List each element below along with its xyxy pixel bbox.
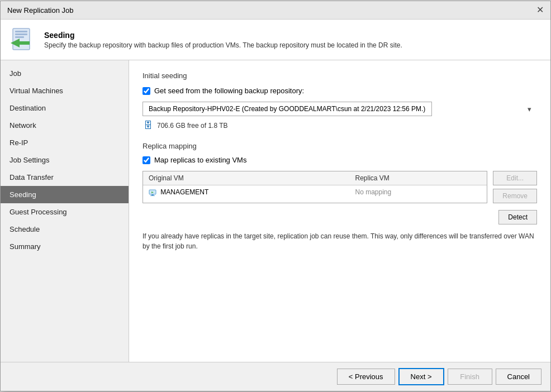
sidebar-item-schedule[interactable]: Schedule — [1, 221, 129, 238]
replica-table-area: Original VM Replica VM — [142, 171, 537, 203]
sidebar-item-summary[interactable]: Summary — [1, 238, 129, 255]
table-buttons: Edit... Remove — [493, 171, 537, 203]
dialog-title: New Replication Job — [7, 6, 74, 15]
free-space-text: 706.6 GB free of 1.8 TB — [157, 122, 228, 130]
map-checkbox-label[interactable]: Map replicas to existing VMs — [154, 156, 246, 164]
info-text: If you already have replicas in the targ… — [142, 231, 537, 251]
replica-mapping-title: Replica mapping — [142, 142, 537, 150]
seed-checkbox-row: Get seed from the following backup repos… — [142, 87, 537, 95]
seed-checkbox[interactable] — [142, 87, 150, 95]
replica-vm-value: No mapping — [355, 188, 392, 196]
edit-button[interactable]: Edit... — [493, 171, 537, 185]
repository-dropdown-wrapper: Backup Repository-HPHV02-E (Created by G… — [142, 102, 537, 116]
header-section: Seeding Specify the backup repository wi… — [1, 20, 550, 60]
sidebar-item-guest-processing[interactable]: Guest Processing — [1, 203, 129, 221]
initial-seeding-title: Initial seeding — [142, 71, 537, 80]
original-vm-cell: MANAGEMENT — [143, 185, 350, 199]
detect-row: Detect — [142, 210, 537, 224]
sidebar-item-network[interactable]: Network — [1, 117, 129, 134]
repository-dropdown[interactable]: Backup Repository-HPHV02-E (Created by G… — [142, 102, 432, 116]
remove-button[interactable]: Remove — [493, 189, 537, 203]
svg-rect-1 — [15, 31, 27, 32]
sidebar-item-data-transfer[interactable]: Data Transfer — [1, 169, 129, 186]
free-space-row: 🗄 706.6 GB free of 1.8 TB — [142, 121, 537, 131]
database-icon: 🗄 — [144, 121, 153, 131]
cancel-button[interactable]: Cancel — [496, 369, 542, 385]
original-vm-name: MANAGEMENT — [160, 188, 208, 196]
svg-rect-7 — [150, 195, 155, 196]
footer: < Previous Next > Finish Cancel — [1, 362, 550, 391]
col-original-vm: Original VM — [143, 171, 350, 185]
detect-button[interactable]: Detect — [498, 210, 537, 224]
svg-rect-3 — [15, 36, 24, 38]
close-button[interactable]: ✕ — [536, 6, 544, 15]
sidebar-item-destination[interactable]: Destination — [1, 99, 129, 117]
content-area: Initial seeding Get seed from the follow… — [129, 60, 550, 362]
body: Job Virtual Machines Destination Network… — [1, 60, 550, 362]
table-row: MANAGEMENT No mapping — [143, 185, 487, 199]
sidebar-item-job-settings[interactable]: Job Settings — [1, 151, 129, 169]
sidebar: Job Virtual Machines Destination Network… — [1, 60, 129, 362]
replica-vm-cell: No mapping — [350, 185, 487, 199]
sidebar-item-re-ip[interactable]: Re-IP — [1, 134, 129, 151]
map-checkbox-row: Map replicas to existing VMs — [142, 156, 537, 164]
col-replica-vm: Replica VM — [350, 171, 487, 185]
sidebar-item-virtual-machines[interactable]: Virtual Machines — [1, 82, 129, 99]
seed-checkbox-label[interactable]: Get seed from the following backup repos… — [154, 87, 304, 95]
seeding-icon — [10, 26, 36, 53]
svg-rect-2 — [15, 34, 27, 35]
replica-table-wrapper: Original VM Replica VM — [142, 171, 487, 203]
finish-button[interactable]: Finish — [448, 369, 492, 385]
svg-rect-6 — [151, 194, 154, 195]
sidebar-item-seeding[interactable]: Seeding — [1, 186, 129, 203]
header-description: Specify the backup repository with backu… — [44, 41, 402, 49]
vm-icon — [149, 189, 156, 197]
previous-button[interactable]: < Previous — [337, 369, 395, 385]
repository-dropdown-row: Backup Repository-HPHV02-E (Created by G… — [142, 102, 537, 116]
replica-table: Original VM Replica VM — [143, 171, 487, 199]
next-button[interactable]: Next > — [398, 368, 444, 385]
header-title: Seeding — [44, 31, 402, 40]
title-bar: New Replication Job ✕ — [1, 1, 550, 20]
sidebar-item-job[interactable]: Job — [1, 65, 129, 82]
header-text: Seeding Specify the backup repository wi… — [44, 31, 402, 49]
map-checkbox[interactable] — [142, 156, 150, 164]
dialog: New Replication Job ✕ Seeding Specify th… — [0, 1, 551, 391]
